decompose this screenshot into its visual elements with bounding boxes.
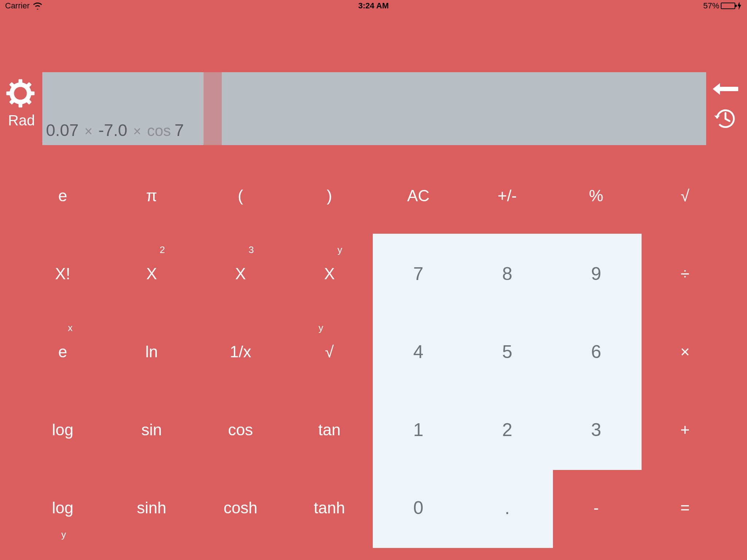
key-0[interactable]: 0 [374,469,463,547]
key-log[interactable]: log [18,391,107,469]
key-8[interactable]: 8 [463,235,552,313]
key-ln[interactable]: ln [107,313,196,391]
key-2[interactable]: 2 [463,391,552,469]
svg-rect-4 [30,92,34,96]
key-factorial[interactable]: X! [18,235,107,313]
key-e[interactable]: e [18,157,107,235]
key-cos[interactable]: cos [196,391,285,469]
carrier-label: Carrier [5,1,30,11]
keypad: e π ( ) AC +/- % √ X! X2 X3 Xy 7 8 9 ÷ e… [18,157,729,547]
key-tan[interactable]: tan [285,391,374,469]
key-9[interactable]: 9 [552,235,641,313]
key-percent[interactable]: % [552,157,641,235]
key-reciprocal[interactable]: 1/x [196,313,285,391]
history-button[interactable] [713,106,738,131]
key-multiply[interactable]: × [640,313,729,391]
key-open-paren[interactable]: ( [196,157,285,235]
key-1[interactable]: 1 [374,391,463,469]
expr-operator: × [85,124,93,139]
key-ac[interactable]: AC [374,157,463,235]
key-ex[interactable]: ex [18,313,107,391]
svg-point-0 [15,88,26,99]
key-3[interactable]: 3 [552,391,641,469]
angle-mode-button[interactable]: Rad [8,112,35,129]
cursor-highlight [204,72,222,145]
status-bar: Carrier 3:24 AM 57% [0,0,747,12]
key-pi[interactable]: π [107,157,196,235]
svg-rect-1 [19,79,23,83]
key-sqrt[interactable]: √ [640,157,729,235]
settings-button[interactable] [4,77,36,109]
key-x3[interactable]: X3 [196,235,285,313]
key-decimal[interactable]: . [463,469,552,547]
key-xy[interactable]: Xy [285,235,374,313]
expr-operand: -7.0 [98,120,127,140]
key-4[interactable]: 4 [374,313,463,391]
svg-rect-3 [6,92,11,96]
key-minus[interactable]: - [552,469,641,547]
svg-rect-2 [19,103,23,107]
key-logy[interactable]: logy [18,469,107,547]
key-5[interactable]: 5 [463,313,552,391]
expression-display[interactable]: 0.07 × -7.0 × cos 7 [42,72,706,145]
expression-text: 0.07 × -7.0 × cos 7 [46,120,184,140]
charging-icon [737,2,742,10]
key-7[interactable]: 7 [374,235,463,313]
key-plus[interactable]: + [640,391,729,469]
key-equals[interactable]: = [640,469,729,547]
expr-operator: × [133,124,141,139]
key-sin[interactable]: sin [107,391,196,469]
key-close-paren[interactable]: ) [285,157,374,235]
battery-pct-label: 57% [703,1,719,11]
expr-operand: 0.07 [46,120,79,140]
wifi-icon [32,2,43,9]
expr-function: cos [147,122,171,140]
clock-label: 3:24 AM [0,1,747,11]
key-6[interactable]: 6 [552,313,641,391]
key-yroot[interactable]: √y [285,313,374,391]
key-divide[interactable]: ÷ [640,235,729,313]
key-cosh[interactable]: cosh [196,469,285,547]
battery-icon [721,3,735,9]
expr-operand: 7 [175,120,184,140]
key-x2[interactable]: X2 [107,235,196,313]
backspace-button[interactable] [711,82,740,96]
key-sinh[interactable]: sinh [107,469,196,547]
key-tanh[interactable]: tanh [285,469,374,547]
key-sign[interactable]: +/- [463,157,552,235]
